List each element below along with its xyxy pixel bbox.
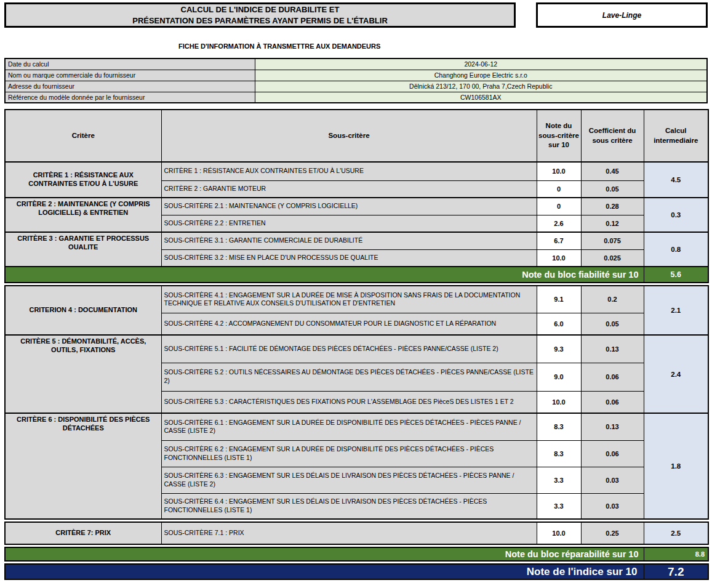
table-row: CRITÈRE 2 : MAINTENANCE (Y COMPRIS LOGIC… xyxy=(5,198,708,215)
column-header-calcul: Calcul intermediaire xyxy=(644,110,708,162)
coefficient-cell: 0.06 xyxy=(581,440,644,467)
info-value: CW106581AX xyxy=(255,92,707,103)
coefficient-cell: 0.06 xyxy=(581,363,644,391)
table-row: CRITÈRE 5 : DÉMONTABILITÉ, ACCÈS, OUTILS… xyxy=(5,335,708,363)
info-label: Référence du modèle donnée par le fourni… xyxy=(5,92,255,103)
column-header-critere: Critère xyxy=(5,110,161,162)
intermediate-calc-cell: 0.8 xyxy=(644,232,708,267)
coefficient-cell: 0.075 xyxy=(581,232,644,249)
criterion-cell: CRITÈRE 1 : RÉSISTANCE AUX CONTRAINTES E… xyxy=(5,162,161,198)
column-header-coefficient: Coefficient du sous critère xyxy=(581,110,644,162)
intermediate-calc-cell: 2.1 xyxy=(644,286,708,335)
table-row: Référence du modèle donnée par le fourni… xyxy=(5,92,707,103)
info-value: 2024-06-12 xyxy=(255,58,707,70)
criterion-cell: CRITÈRE 5 : DÉMONTABILITÉ, ACCÈS, OUTILS… xyxy=(5,335,161,413)
coefficient-cell: 0.28 xyxy=(581,198,644,215)
criteria-table-fiabilite: Critère Sous-critère Note du sous-critèr… xyxy=(4,109,709,283)
criterion-cell: CRITÈRE 2 : MAINTENANCE (Y COMPRIS LOGIC… xyxy=(5,198,161,232)
table-row: CRITÈRE 6 : DISPONIBILITÉ DES PIÈCES DÉT… xyxy=(5,413,708,440)
table-header-row: Critère Sous-critère Note du sous-critèr… xyxy=(5,110,708,162)
subcriterion-cell: SOUS-CRITÈRE 6.2 : ENGAGEMENT SUR LA DUR… xyxy=(161,440,537,467)
subcriterion-cell: SOUS-CRITÈRE 7.1 : PRIX xyxy=(161,522,537,544)
score-cell: 9.3 xyxy=(537,335,581,363)
table-row: Adresse du fournisseur Dělnická 213/12, … xyxy=(5,81,707,92)
score-cell: 10.0 xyxy=(537,522,581,544)
info-label: Nom ou marque commerciale du fournisseur xyxy=(5,70,255,81)
intermediate-calc-cell: 1.8 xyxy=(644,413,708,519)
subcriterion-cell: SOUS-CRITÈRE 5.1 : FACILITÉ DE DÉMONTAGE… xyxy=(161,335,537,363)
score-cell: 8.3 xyxy=(537,440,581,467)
subcriterion-cell: SOUS-CRITÈRE 4.1 : ENGAGEMENT SUR LA DUR… xyxy=(161,286,537,313)
info-value: Dělnická 213/12, 170 00, Praha 7,Czech R… xyxy=(255,81,707,92)
document-title: CALCUL DE L'INDICE DE DURABILITE ET PRÉS… xyxy=(4,2,516,28)
column-header-note: Note du sous-critère sur 10 xyxy=(537,110,581,162)
table-row: Nom ou marque commerciale du fournisseur… xyxy=(5,70,707,81)
score-cell: 10.0 xyxy=(537,391,581,413)
table-row: CRITÈRE 3 : GARANTIE ET PROCESSUS OUALIT… xyxy=(5,232,708,249)
info-value: Changhong Europe Electric s.r.o xyxy=(255,70,707,81)
reparabilite-total-table: Note du bloc réparabilité sur 10 8.8 xyxy=(4,547,709,562)
coefficient-cell: 0.2 xyxy=(581,286,644,313)
subcriterion-cell: CRITÈRE 1 : RÉSISTANCE AUX CONTRAINTES E… xyxy=(161,162,537,180)
intermediate-calc-cell: 2.5 xyxy=(644,522,708,544)
product-type-box: Lave-Linge xyxy=(536,2,708,28)
subcriterion-cell: SOUS-CRITÈRE 3.2 : MISE EN PLACE D'UN PR… xyxy=(161,249,537,267)
score-cell: 9.0 xyxy=(537,363,581,391)
subcriterion-cell: SOUS-CRITÈRE 3.1 : GARANTIE COMMERCIALE … xyxy=(161,232,537,249)
document-subtitle: FICHE D'INFORMATION À TRANSMETTRE AUX DE… xyxy=(178,42,708,50)
info-label: Date du calcul xyxy=(5,58,255,70)
supplier-info-table: Date du calcul 2024-06-12 Nom ou marque … xyxy=(4,58,708,103)
criteria-table-reparabilite: CRITERION 4 : DOCUMENTATION SOUS-CRITÈRE… xyxy=(4,285,709,520)
final-index-row: Note de l'indice sur 10 7.2 xyxy=(5,564,708,579)
coefficient-cell: 0.13 xyxy=(581,413,644,440)
score-cell: 10.0 xyxy=(537,162,581,180)
reparabilite-score-label: Note du bloc réparabilité sur 10 xyxy=(5,547,644,561)
score-cell: 0 xyxy=(537,198,581,215)
coefficient-cell: 0.25 xyxy=(581,522,644,544)
coefficient-cell: 0.06 xyxy=(581,391,644,413)
subcriterion-cell: SOUS-CRITÈRE 6.3 : ENGAGEMENT SUR LES DÉ… xyxy=(161,467,537,493)
fiabilite-total-row: Note du bloc fiabilité sur 10 5.6 xyxy=(5,267,708,283)
score-cell: 6.0 xyxy=(537,313,581,335)
table-row: CRITÈRE 7: PRIX SOUS-CRITÈRE 7.1 : PRIX … xyxy=(5,522,708,544)
table-row: CRITÈRE 1 : RÉSISTANCE AUX CONTRAINTES E… xyxy=(5,162,708,180)
final-index-value: 7.2 xyxy=(644,564,708,579)
score-cell: 10.0 xyxy=(537,249,581,267)
document-title-line2: PRÉSENTATION DES PARAMÈTRES AYANT PERMIS… xyxy=(132,15,388,26)
product-type-label: Lave-Linge xyxy=(602,11,641,20)
reparabilite-score-value: 8.8 xyxy=(644,547,708,561)
coefficient-cell: 0.03 xyxy=(581,467,644,493)
coefficient-cell: 0.12 xyxy=(581,215,644,232)
subcriterion-cell: SOUS-CRITÈRE 5.2 : OUTILS NÉCESSAIRES AU… xyxy=(161,363,537,391)
subcriterion-cell: SOUS-CRITÈRE 4.2 : ACCOMPAGNEMENT DU CON… xyxy=(161,313,537,335)
info-label: Adresse du fournisseur xyxy=(5,81,255,92)
score-cell: 0 xyxy=(537,180,581,198)
subcriterion-cell: SOUS-CRITÈRE 5.3 : CARACTÉRISTIQUES DES … xyxy=(161,391,537,413)
coefficient-cell: 0.45 xyxy=(581,162,644,180)
column-header-sous-critere: Sous-critère xyxy=(161,110,537,162)
criteria-table-prix: CRITÈRE 7: PRIX SOUS-CRITÈRE 7.1 : PRIX … xyxy=(4,522,709,545)
coefficient-cell: 0.05 xyxy=(581,180,644,198)
subcriterion-cell: SOUS-CRITÈRE 2.2 : ENTRETIEN xyxy=(161,215,537,232)
criterion-cell: CRITÈRE 3 : GARANTIE ET PROCESSUS OUALIT… xyxy=(5,232,161,267)
intermediate-calc-cell: 4.5 xyxy=(644,162,708,198)
score-cell: 3.3 xyxy=(537,467,581,493)
score-cell: 2.6 xyxy=(537,215,581,232)
reparabilite-total-row: Note du bloc réparabilité sur 10 8.8 xyxy=(5,547,708,561)
coefficient-cell: 0.05 xyxy=(581,313,644,335)
subcriterion-cell: SOUS-CRITÈRE 6.1 : ENGAGEMENT SUR LA DUR… xyxy=(161,413,537,440)
score-cell: 9.1 xyxy=(537,286,581,313)
subcriterion-cell: CRITÈRE 2 : GARANTIE MOTEUR xyxy=(161,180,537,198)
fiabilite-score-value: 5.6 xyxy=(644,267,708,283)
document-title-line1: CALCUL DE L'INDICE DE DURABILITE ET xyxy=(181,4,340,15)
coefficient-cell: 0.13 xyxy=(581,335,644,363)
criterion-cell: CRITÈRE 7: PRIX xyxy=(5,522,161,544)
final-index-table: Note de l'indice sur 10 7.2 xyxy=(4,563,709,580)
criterion-cell: CRITÈRE 6 : DISPONIBILITÉ DES PIÈCES DÉT… xyxy=(5,413,161,519)
score-cell: 8.3 xyxy=(537,413,581,440)
coefficient-cell: 0.03 xyxy=(581,493,644,519)
intermediate-calc-cell: 0.3 xyxy=(644,198,708,232)
subcriterion-cell: SOUS-CRITÈRE 2.1 : MAINTENANCE (Y COMPRI… xyxy=(161,198,537,215)
coefficient-cell: 0.025 xyxy=(581,249,644,267)
intermediate-calc-cell: 2.4 xyxy=(644,335,708,413)
